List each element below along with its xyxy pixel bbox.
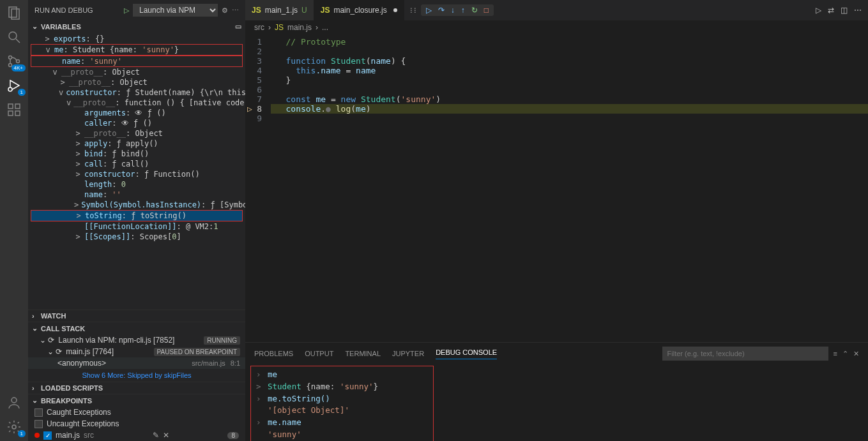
tab-debug-console[interactable]: DEBUG CONSOLE bbox=[436, 348, 497, 359]
variable-row[interactable]: vconstructor: ƒ Student(name) {\r\n this… bbox=[31, 87, 243, 98]
collapse-all-icon[interactable]: ▭ bbox=[235, 22, 241, 31]
svg-line-3 bbox=[16, 39, 20, 43]
more-icon[interactable]: ⋯ bbox=[232, 6, 239, 15]
tab-terminal[interactable]: TERMINAL bbox=[345, 350, 381, 357]
edit-icon[interactable]: ✎ bbox=[153, 431, 159, 440]
tab-jupyter[interactable]: JUPYTER bbox=[392, 350, 424, 357]
callstack-show-more-link[interactable]: Show 6 More: Skipped by skipFiles bbox=[28, 369, 245, 382]
variable-row[interactable]: >constructor: ƒ Function() bbox=[31, 169, 243, 179]
checkbox-icon[interactable] bbox=[43, 431, 52, 440]
svg-point-7 bbox=[8, 87, 12, 91]
console-filter-input[interactable] bbox=[662, 347, 828, 361]
settings-badge: 1 bbox=[18, 430, 26, 437]
debug-controls: ▷ ↷ ↓ ↑ ↻ □ bbox=[421, 4, 494, 16]
editor-area: JSmain_1.jsU JSmain_closure.js ⫶⫶ ▷ ↷ ↓ … bbox=[245, 0, 868, 441]
svg-rect-11 bbox=[15, 111, 20, 116]
variable-row[interactable]: >apply: ƒ apply() bbox=[31, 138, 243, 149]
tab-main-closure-js[interactable]: JSmain_closure.js bbox=[314, 0, 404, 20]
sidebar-title: RUN AND DEBUG bbox=[34, 6, 93, 14]
extensions-icon[interactable] bbox=[6, 102, 22, 117]
search-icon[interactable] bbox=[6, 29, 22, 45]
step-over-button[interactable]: ↷ bbox=[437, 6, 446, 15]
svg-rect-9 bbox=[15, 104, 20, 108]
step-into-button[interactable]: ↓ bbox=[450, 6, 456, 15]
continue-button[interactable]: ▷ bbox=[425, 6, 433, 15]
variable-row[interactable]: >__proto__: Object bbox=[31, 128, 243, 138]
run-file-button[interactable]: ▷ bbox=[816, 6, 821, 15]
tab-problems[interactable]: PROBLEMS bbox=[254, 350, 293, 357]
run-debug-icon[interactable]: 1 bbox=[6, 78, 22, 93]
config-gear-icon[interactable]: ⚙ bbox=[222, 6, 228, 15]
variables-tree[interactable]: >exports: {}vme: Student {name: 'sunny'}… bbox=[28, 33, 245, 310]
variable-row[interactable]: >__proto__: Object bbox=[31, 77, 243, 87]
account-icon[interactable] bbox=[6, 395, 22, 410]
breakpoint-dot-icon bbox=[34, 433, 40, 438]
breadcrumbs[interactable]: src› JSmain.js› ... bbox=[245, 20, 868, 34]
remove-icon[interactable]: ✕ bbox=[163, 431, 169, 440]
checkbox-icon[interactable] bbox=[34, 408, 43, 417]
close-panel-icon[interactable]: ✕ bbox=[853, 350, 859, 358]
bp-file-row[interactable]: main.jssrc✎✕8 bbox=[28, 430, 245, 441]
modified-dot-icon bbox=[393, 8, 397, 12]
callstack-process-row[interactable]: ⌄ ⟳Launch via NPM: npm-cli.js [7852]RUNN… bbox=[28, 334, 245, 346]
current-line-indicator-icon: ▷ bbox=[245, 104, 254, 114]
callstack-section-header[interactable]: ⌄CALL STACK bbox=[28, 322, 245, 334]
variable-row[interactable]: >call: ƒ call() bbox=[31, 159, 243, 169]
code-editor[interactable]: 1 // Prototype 2 3 function Student(name… bbox=[245, 34, 868, 342]
variable-row[interactable]: >toString: ƒ toString() bbox=[31, 210, 243, 221]
debug-sidebar: RUN AND DEBUG ▷ Launch via NPM ⚙ ⋯ ⌄VARI… bbox=[28, 0, 245, 441]
svg-rect-10 bbox=[8, 111, 13, 116]
variable-row[interactable]: length: 0 bbox=[31, 179, 243, 190]
loaded-scripts-header[interactable]: ›LOADED SCRIPTS bbox=[28, 382, 245, 394]
svg-point-2 bbox=[9, 32, 17, 40]
stop-button[interactable]: □ bbox=[483, 6, 490, 15]
debug-badge: 1 bbox=[18, 89, 26, 96]
callstack-thread-row[interactable]: ⌄ ⟳main.js [7764]PAUSED ON BREAKPOINT bbox=[28, 346, 245, 357]
callstack-frame-row[interactable]: <anonymous>src/main.js8:1 bbox=[28, 357, 245, 369]
variable-row[interactable]: v__proto__: function () { [native code] … bbox=[31, 98, 243, 108]
variable-row[interactable]: >bind: ƒ bind() bbox=[31, 149, 243, 159]
settings-gear-icon[interactable]: 1 bbox=[6, 419, 22, 435]
bp-caught-exceptions[interactable]: Caught Exceptions bbox=[28, 407, 245, 418]
diff-icon[interactable]: ⇄ bbox=[828, 6, 834, 15]
list-icon[interactable]: ≡ bbox=[834, 350, 837, 357]
debug-console-output[interactable]: ›me >Student {name: 'sunny'} ›me.toStrin… bbox=[250, 366, 434, 441]
variable-row[interactable]: [[FunctionLocation]]: @ VM2:1 bbox=[31, 221, 243, 232]
bp-uncaught-exceptions[interactable]: Uncaught Exceptions bbox=[28, 418, 245, 430]
svg-point-4 bbox=[9, 56, 12, 59]
split-editor-button[interactable]: ◫ bbox=[841, 6, 848, 15]
tab-output[interactable]: OUTPUT bbox=[305, 350, 333, 357]
bottom-panel: PROBLEMS OUTPUT TERMINAL JUPYTER DEBUG C… bbox=[245, 342, 868, 441]
checkbox-icon[interactable] bbox=[34, 420, 43, 428]
step-out-button[interactable]: ↑ bbox=[460, 6, 466, 15]
tab-main-1-js[interactable]: JSmain_1.jsU bbox=[245, 0, 314, 20]
variable-row[interactable]: name: '' bbox=[31, 190, 243, 200]
panel-tabs: PROBLEMS OUTPUT TERMINAL JUPYTER DEBUG C… bbox=[245, 343, 868, 364]
variable-row[interactable]: >[[Scopes]]: Scopes[0] bbox=[31, 232, 243, 242]
variable-row[interactable]: >Symbol(Symbol.hasInstance): ƒ [Symbol.h… bbox=[31, 200, 243, 210]
more-actions-icon[interactable]: ⋯ bbox=[854, 6, 862, 15]
svg-rect-8 bbox=[8, 104, 13, 108]
variables-section-header[interactable]: ⌄VARIABLES▭ bbox=[28, 20, 245, 33]
launch-config-select[interactable]: Launch via NPM bbox=[133, 4, 218, 17]
collapse-panel-icon[interactable]: ⌃ bbox=[842, 350, 848, 358]
variable-row[interactable]: arguments: 👁 ƒ () bbox=[31, 108, 243, 118]
start-debug-button[interactable]: ▷ bbox=[124, 6, 129, 15]
variable-row[interactable]: name: 'sunny' bbox=[31, 56, 243, 67]
editor-tabbar: JSmain_1.jsU JSmain_closure.js ⫶⫶ ▷ ↷ ↓ … bbox=[245, 0, 868, 20]
drag-handle-icon[interactable]: ⫶⫶ bbox=[409, 6, 417, 15]
watch-section-header[interactable]: ›WATCH bbox=[28, 310, 245, 322]
scm-badge: 4K+ bbox=[11, 64, 26, 71]
source-control-icon[interactable]: 4K+ bbox=[6, 54, 22, 69]
restart-button[interactable]: ↻ bbox=[470, 6, 479, 15]
explorer-icon[interactable] bbox=[6, 5, 22, 20]
variable-row[interactable]: caller: 👁 ƒ () bbox=[31, 118, 243, 128]
variable-row[interactable]: >exports: {} bbox=[31, 34, 243, 44]
svg-point-13 bbox=[12, 425, 16, 429]
sidebar-header: RUN AND DEBUG ▷ Launch via NPM ⚙ ⋯ bbox=[28, 0, 245, 20]
breakpoints-header[interactable]: ⌄BREAKPOINTS bbox=[28, 394, 245, 407]
svg-point-12 bbox=[11, 398, 17, 403]
variable-row[interactable]: vme: Student {name: 'sunny'} bbox=[31, 44, 243, 56]
minimap[interactable] bbox=[817, 34, 868, 342]
variable-row[interactable]: v__proto__: Object bbox=[31, 67, 243, 77]
